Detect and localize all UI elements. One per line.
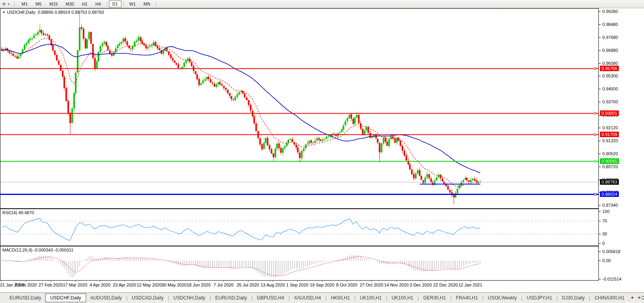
price-tick-mark: [599, 192, 601, 193]
chart-tab-dj30-daily[interactable]: DJ30,Daily: [558, 294, 589, 302]
crosshair-cursor-icon[interactable]: ✛: [0, 2, 8, 7]
chart-tab-usdcad-daily[interactable]: USDCAD,Daily: [128, 294, 167, 302]
date-label: 23 Apr 2020: [113, 283, 136, 287]
mt4-chart-window: ✛ ▾ M1M5M15M30H1H4D1W1MN ▼USDCHF,Daily 0…: [0, 0, 644, 303]
timeframe-button-m5[interactable]: M5: [32, 0, 45, 7]
chart-tab-china300-h1[interactable]: CHINA300,H1: [591, 294, 628, 302]
timeframe-button-d1[interactable]: D1: [109, 0, 121, 7]
chart-tab-bar: EURUSD,DailyUSDCHF,DailyAUDUSD,Daily|USD…: [0, 292, 644, 303]
rsi-indicator-panel: RSI(14) 49.4870: [0, 209, 599, 246]
date-tick-mark: [149, 281, 150, 282]
symbol-dropdown-icon[interactable]: ▼: [2, 11, 6, 14]
toolbar-separator: [156, 1, 156, 7]
date-label: 3 Dec 2020: [410, 283, 432, 287]
chart-tab-ger30-h1[interactable]: GER30,H1: [419, 294, 450, 302]
date-tick-mark: [445, 281, 446, 282]
date-tick-mark: [100, 281, 100, 282]
toolbar-separator: [123, 1, 124, 7]
price-tick-mark: [599, 24, 601, 25]
price-tick-label: 0.96080: [602, 61, 618, 66]
hline-price-label: 0.91709: [600, 132, 619, 137]
date-label: 12 Jan 2021: [458, 283, 482, 287]
chart-tab-xauusd-h4[interactable]: XAUUSD,H4: [290, 294, 325, 302]
date-tick-mark: [421, 281, 421, 282]
chart-tab-gbpusd-h4[interactable]: GBPUSD,H4: [253, 294, 288, 302]
toolbar-separator: [107, 1, 107, 7]
timeframe-button-m1[interactable]: M1: [18, 0, 31, 7]
chart-tab-hk50-h1[interactable]: HK50,H1: [327, 294, 354, 302]
price-tick-label: 0.88140: [602, 190, 618, 195]
timeframe-button-m15[interactable]: M15: [46, 0, 61, 7]
price-tick-label: 0.94500: [602, 86, 618, 91]
price-tick-label: 0.92900: [602, 113, 618, 118]
rsi-tick-mark: [599, 221, 601, 221]
price-tick-label: 0.90520: [602, 151, 618, 156]
price-tick-label: 0.89720: [602, 164, 618, 169]
date-label: 30 May 2020: [162, 283, 187, 287]
candlestick-canvas[interactable]: [0, 9, 598, 208]
timeframe-toolbar: ✛ ▾ M1M5M15M30H1H4D1W1MN: [0, 0, 644, 8]
tabs-scroll-left-button[interactable]: ◄: [630, 295, 634, 299]
date-label: 4 Apr 2020: [90, 283, 110, 287]
date-label: 22 Dec 2020: [433, 283, 458, 287]
date-tick-mark: [347, 281, 347, 282]
date-tick-mark: [372, 281, 372, 282]
chart-tab-fra40-h1[interactable]: FRA40,H1: [452, 294, 482, 302]
rsi-axis-label: 30: [602, 231, 607, 236]
chart-tab-audusd-daily[interactable]: AUDUSD,Daily: [86, 294, 126, 302]
rsi-tick-mark: [599, 211, 601, 212]
price-tick-mark: [599, 141, 601, 141]
date-tick-mark: [199, 281, 199, 282]
price-tick-label: 0.97680: [602, 35, 618, 40]
price-tick-mark: [599, 115, 601, 116]
macd-canvas[interactable]: [0, 246, 598, 280]
date-label: 19 Sep 2020: [310, 283, 334, 287]
chart-tab-usdjpy-h1[interactable]: USDJPY,H1: [523, 294, 556, 302]
date-tick-mark: [273, 281, 273, 282]
date-label: 17 Mar 2020: [63, 283, 87, 287]
price-tick-label: 0.92120: [602, 125, 618, 130]
macd-label: MACD(12,26,9) -0.000343 -0.000311: [2, 248, 74, 252]
date-tick-mark: [1, 281, 2, 282]
chart-title-text: USDCHF,Daily 0.88856 0.88919 0.88753 0.8…: [7, 10, 104, 15]
chart-tab-eurusd-daily[interactable]: EURUSD,Daily: [211, 294, 251, 302]
timeframe-button-h1[interactable]: H1: [78, 0, 91, 7]
rsi-tick-mark: [599, 243, 601, 244]
chart-tab-eurusd-daily[interactable]: EURUSD,Daily: [6, 294, 45, 302]
cursor-dropdown-icon[interactable]: ▾: [8, 2, 9, 6]
chart-tab-usdchf-daily[interactable]: USDCHF,Daily: [45, 294, 86, 302]
price-tick-mark: [599, 76, 601, 76]
date-axis[interactable]: 21 Jan 20208 Feb 202027 Feb 202017 Mar 2…: [0, 281, 644, 292]
date-tick-mark: [297, 281, 298, 282]
price-tick-label: 0.93700: [602, 99, 618, 104]
macd-indicator-panel: MACD(12,26,9) -0.000343 -0.000311: [0, 246, 599, 281]
chart-tab-usdcnh-daily[interactable]: USDCNH,Daily: [169, 294, 209, 302]
chart-tab-uk100-h1[interactable]: UK100,H1: [356, 294, 385, 302]
date-tick-mark: [174, 281, 175, 282]
date-tick-mark: [51, 281, 51, 282]
price-tick-label: 0.95300: [602, 73, 618, 78]
price-tick-label: 0.91320: [602, 138, 618, 143]
price-tick-mark: [599, 37, 601, 38]
chart-tab-usoil-weekly[interactable]: USOil,Weekly: [484, 294, 521, 302]
price-tick-mark: [599, 205, 601, 206]
macd-axis-label: 0.00: [602, 258, 611, 263]
hline-price-label: 0.95766: [600, 66, 619, 71]
timeframe-button-h4[interactable]: H4: [92, 0, 104, 7]
chart-tabs: EURUSD,DailyUSDCHF,DailyAUDUSD,Daily|USD…: [6, 294, 644, 302]
chart-tab-uk100-h1[interactable]: UK100,H1: [388, 294, 417, 302]
timeframe-button-w1[interactable]: W1: [126, 0, 140, 7]
date-tick-mark: [223, 281, 224, 282]
timeframe-button-m30[interactable]: M30: [62, 0, 77, 7]
rsi-canvas[interactable]: [0, 209, 598, 246]
date-label: 12 May 2020: [137, 283, 162, 287]
date-label: 1 Sep 2020: [286, 283, 308, 287]
price-tick-label: 0.98480: [602, 22, 618, 27]
toolbar-grip-handle[interactable]: [13, 1, 15, 7]
date-tick-mark: [322, 281, 322, 282]
tabs-scroll-right-button[interactable]: ►: [638, 295, 642, 299]
macd-tick-mark: [599, 279, 601, 279]
price-tick-label: 0.99280: [602, 9, 618, 14]
timeframe-button-mn[interactable]: MN: [140, 0, 154, 7]
date-tick-mark: [125, 281, 125, 282]
